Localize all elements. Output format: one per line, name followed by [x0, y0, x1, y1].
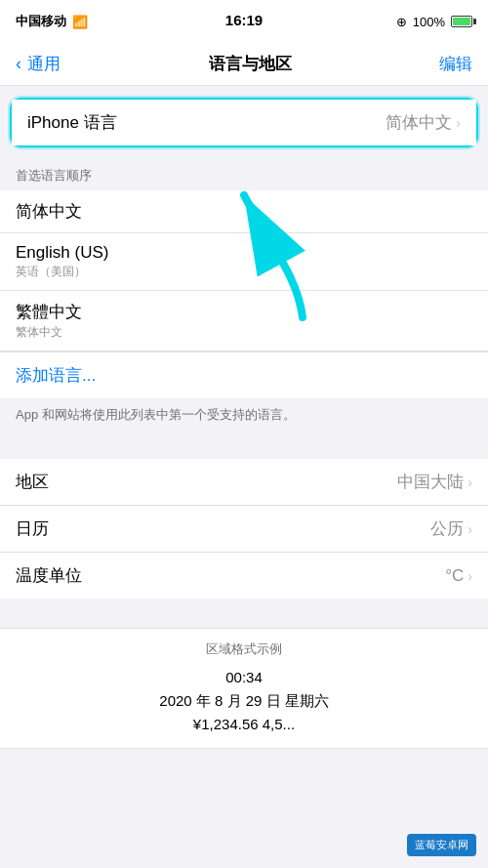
language-name-traditional-chinese: 繁體中文 [16, 301, 472, 323]
back-chevron-icon: ‹ [16, 54, 21, 74]
status-time: 16:19 [225, 12, 263, 28]
status-right: ⊕ 100% [396, 15, 472, 29]
region-label: 地区 [16, 471, 49, 493]
language-name-english-us: English (US) [16, 243, 472, 263]
preferred-languages-header: 首选语言顺序 [0, 167, 488, 190]
add-language-button[interactable]: 添加语言... [0, 351, 488, 398]
list-item[interactable]: 繁體中文 繁体中文 [0, 291, 488, 351]
iphone-language-chevron-icon: › [456, 115, 461, 131]
format-example-numbers: ¥1,234.56 4,5... [0, 713, 488, 736]
battery-percent: 100% [413, 15, 445, 29]
temperature-row[interactable]: 温度单位 °C › [0, 553, 488, 599]
battery-fill [453, 18, 470, 25]
carrier-text: 中国移动 [16, 13, 66, 30]
format-example-time: 00:34 [0, 666, 488, 689]
watermark: 蓝莓安卓网 [407, 834, 476, 856]
calendar-row[interactable]: 日历 公历 › [0, 506, 488, 553]
wifi-icon: 📶 [72, 15, 88, 29]
charging-icon: ⊕ [396, 15, 407, 29]
region-chevron-icon: › [468, 475, 472, 490]
iphone-language-label: iPhone 语言 [27, 111, 117, 134]
battery-icon [451, 16, 472, 27]
iphone-language-card[interactable]: iPhone 语言 简体中文 › [10, 98, 478, 147]
format-example-date: 2020 年 8 月 29 日 星期六 [0, 689, 488, 713]
back-label: 通用 [27, 53, 61, 75]
region-value: 中国大陆 › [397, 471, 472, 493]
region-section: 地区 中国大陆 › 日历 公历 › 温度单位 °C › [0, 459, 488, 599]
list-item[interactable]: 简体中文 [0, 190, 488, 233]
format-example-title: 区域格式示例 [0, 641, 488, 658]
status-carrier: 中国移动 📶 [16, 13, 88, 30]
region-value-text: 中国大陆 [397, 471, 464, 493]
list-item[interactable]: English (US) 英语（美国） [0, 233, 488, 291]
temperature-value: °C › [445, 566, 472, 586]
iphone-language-value: 简体中文 › [386, 111, 461, 134]
format-example-section: 区域格式示例 00:34 2020 年 8 月 29 日 星期六 ¥1,234.… [0, 628, 488, 749]
calendar-label: 日历 [16, 517, 49, 540]
preferred-languages-footer: App 和网站将使用此列表中第一个受支持的语言。 [0, 398, 488, 430]
temperature-value-text: °C [445, 566, 464, 586]
iphone-language-value-text: 简体中文 [386, 111, 452, 134]
page-title: 语言与地区 [209, 53, 292, 75]
temperature-label: 温度单位 [16, 564, 82, 587]
calendar-value: 公历 › [430, 517, 472, 540]
status-bar: 中国移动 📶 16:19 ⊕ 100% [0, 0, 488, 43]
region-card: 地区 中国大陆 › 日历 公历 › 温度单位 °C › [0, 459, 488, 599]
region-row[interactable]: 地区 中国大陆 › [0, 459, 488, 506]
languages-list-card: 简体中文 English (US) 英语（美国） 繁體中文 繁体中文 添加语言.… [0, 190, 488, 398]
preferred-languages-section: 首选语言顺序 简体中文 English (US) 英语（美国） 繁體中文 繁体中… [0, 167, 488, 430]
language-sub-traditional-chinese: 繁体中文 [16, 324, 472, 341]
calendar-value-text: 公历 [430, 517, 464, 540]
temperature-chevron-icon: › [468, 568, 472, 584]
edit-button[interactable]: 编辑 [439, 53, 472, 75]
nav-bar: ‹ 通用 语言与地区 编辑 [0, 43, 488, 86]
language-name-simplified-chinese: 简体中文 [16, 200, 472, 223]
calendar-chevron-icon: › [468, 521, 472, 537]
iphone-language-row[interactable]: iPhone 语言 简体中文 › [12, 100, 476, 145]
language-sub-english-us: 英语（美国） [16, 264, 472, 280]
back-button[interactable]: ‹ 通用 [16, 53, 61, 75]
